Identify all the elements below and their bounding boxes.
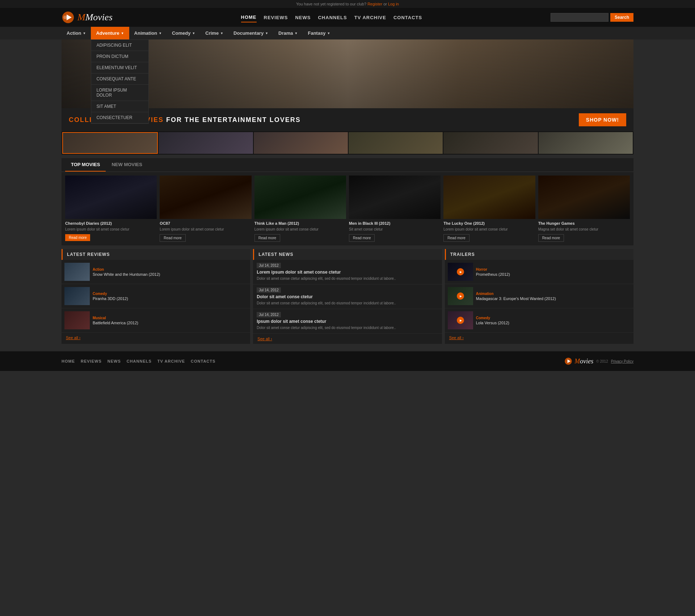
search-input[interactable] [551,13,608,22]
login-link[interactable]: Log in [388,2,399,6]
register-link[interactable]: Register [367,2,382,6]
footer-nav-contacts[interactable]: CONTACTS [191,359,215,363]
logo: MMovies [62,11,113,24]
news-see-all[interactable]: See all › [253,334,442,344]
footer-nav-home[interactable]: HOME [62,359,75,363]
genre-action[interactable]: Action ▼ [62,27,91,39]
nav-news[interactable]: NEWS [295,13,311,22]
genre-btn-animation[interactable]: Animation ▼ [129,27,167,39]
genre-drama[interactable]: Drama ▼ [273,27,303,39]
review-info-2: Comedy Piranha 3DD (2012) [93,292,128,301]
genre-crime[interactable]: Crime ▼ [200,27,228,39]
reviews-see-all[interactable]: See all › [62,333,250,343]
read-more-thinkman[interactable]: Read more [254,234,280,242]
footer-logo-icon [564,357,572,365]
tab-top-movies[interactable]: TOP MOVIES [65,158,106,172]
genre-adventure[interactable]: Adventure ▼ ADIPISCING ELIT PROIN DICTUM… [91,27,129,39]
thumb-6[interactable] [539,132,633,154]
movie-title-chernobyl: Chernobyl Diaries (2012) [65,221,157,225]
trailer-thumb-3[interactable] [448,311,473,329]
review-info-3: Musical Battlefield America (2012) [93,316,138,325]
tab-new-movies[interactable]: NEW MOVIES [106,158,148,172]
thumb-3[interactable] [254,132,348,154]
trailer-thumb-1[interactable] [448,263,473,281]
shop-now-button[interactable]: SHOP NOW! [579,113,626,126]
read-more-chernobyl[interactable]: Read more [65,234,90,241]
review-cat-1: Action [93,267,160,271]
trailer-thumb-2[interactable] [448,287,473,305]
play-button-2[interactable] [457,292,464,300]
news-item-3: Jul 14, 2012 Ipsum dolor sit amet conse … [253,309,442,334]
dropdown-item-6[interactable]: SIT AMET [91,101,148,112]
review-cat-3: Musical [93,316,138,320]
dropdown-item-7[interactable]: CONSECTETUER [91,112,148,123]
movie-title-hunger: The Hunger Games [538,221,630,225]
genre-nav: Action ▼ Adventure ▼ ADIPISCING ELIT PRO… [0,27,695,39]
play-button-1[interactable] [457,268,464,275]
top-bar: You have not yet registered to our club?… [0,0,695,8]
svg-point-2 [63,16,67,19]
adventure-dropdown: ADIPISCING ELIT PROIN DICTUM ELEMENTUM V… [91,39,149,124]
movie-desc-hunger: Magna set dolor sit amet conse cletur [538,227,630,232]
movies-section: TOP MOVIES NEW MOVIES Chernobyl Diaries … [62,158,633,245]
thumb-5[interactable] [443,132,538,154]
genre-btn-action[interactable]: Action ▼ [62,27,91,39]
news-date-3: Jul 14, 2012 [257,312,281,317]
dropdown-item-1[interactable]: ADIPISCING ELIT [91,40,148,51]
genre-fantasy[interactable]: Fantasy ▼ [303,27,335,39]
trailers-title: TRAILERS [445,249,633,260]
nav-home[interactable]: HOME [241,13,257,22]
genre-btn-fantasy[interactable]: Fantasy ▼ [303,27,335,39]
genre-btn-drama[interactable]: Drama ▼ [273,27,303,39]
cta-normal: FOR THE ENTERTAINMENT LOVERS [166,116,301,123]
dropdown-item-3[interactable]: ELEMENTUM VELIT [91,62,148,73]
genre-btn-adventure[interactable]: Adventure ▼ [91,27,129,39]
review-thumb-2 [64,287,90,305]
footer-nav-reviews[interactable]: REVIEWS [81,359,102,363]
read-more-hunger[interactable]: Read more [538,234,564,242]
thumb-4[interactable] [349,132,443,154]
movies-tabs: TOP MOVIES NEW MOVIES [62,158,633,172]
read-more-menblack[interactable]: Read more [349,234,375,242]
trailer-item-3: Comedy Lola Versus (2012) [445,308,633,333]
trailers-see-all[interactable]: See all › [445,333,633,343]
logo-icon [62,11,75,24]
footer-nav-channels[interactable]: CHANNELS [127,359,152,363]
dropdown-item-4[interactable]: CONSEQUAT ANTE [91,73,148,85]
review-item-2: Comedy Piranha 3DD (2012) [62,284,250,308]
review-item-1: Action Snow White and the Huntsman (2012… [62,260,250,284]
trailer-info-2: Animation Madagascar 3: Europe's Most Wa… [476,292,556,301]
footer-nav: HOME REVIEWS NEWS CHANNELS TV ARCHIVE CO… [62,359,215,363]
genre-documentary[interactable]: Documentary ▼ [228,27,273,39]
movie-card-menblack: Men in Black III (2012) Sit amet conse c… [349,176,441,242]
trailers-box: TRAILERS Horror Prometheus (2012) Animat… [445,249,633,344]
search-button[interactable]: Search [610,13,633,22]
trailer-info-1: Horror Prometheus (2012) [476,267,510,277]
footer-right: Movies © 2012 Privacy Policy [564,357,633,365]
genre-btn-crime[interactable]: Crime ▼ [200,27,228,39]
nav-reviews[interactable]: REVIEWS [264,13,288,22]
latest-news-box: LATEST NEWS Jul 14, 2012 Lorem ipsum dol… [253,249,442,344]
footer: HOME REVIEWS NEWS CHANNELS TV ARCHIVE CO… [0,351,695,371]
footer-nav-tvarchive[interactable]: TV ARCHIVE [157,359,185,363]
dropdown-item-2[interactable]: PROIN DICTUM [91,51,148,62]
nav-tvarchive[interactable]: TV ARCHIVE [354,13,386,22]
footer-privacy-link[interactable]: Privacy Policy [611,359,633,363]
read-more-luckyone[interactable]: Read more [443,234,469,242]
genre-btn-documentary[interactable]: Documentary ▼ [228,27,273,39]
movie-desc-luckyone: Lorem ipsum dolor sit amet conse cletur [443,227,535,232]
logo-text: MMovies [77,12,113,23]
nav-contacts[interactable]: CONTACTS [393,13,422,22]
footer-nav-news[interactable]: NEWS [108,359,121,363]
play-button-3[interactable] [457,317,464,324]
genre-comedy[interactable]: Comedy ▼ [167,27,200,39]
review-title-3: Battlefield America (2012) [93,321,138,325]
genre-btn-comedy[interactable]: Comedy ▼ [167,27,200,39]
genre-animation[interactable]: Animation ▼ [129,27,167,39]
thumb-2[interactable] [159,132,253,154]
read-more-oc87[interactable]: Read more [160,234,185,242]
nav-channels[interactable]: CHANNELS [318,13,347,22]
dropdown-item-5[interactable]: LOREM IPSUM DOLOR [91,85,148,101]
thumb-1[interactable] [62,132,158,154]
movie-poster-luckyone [443,176,535,219]
